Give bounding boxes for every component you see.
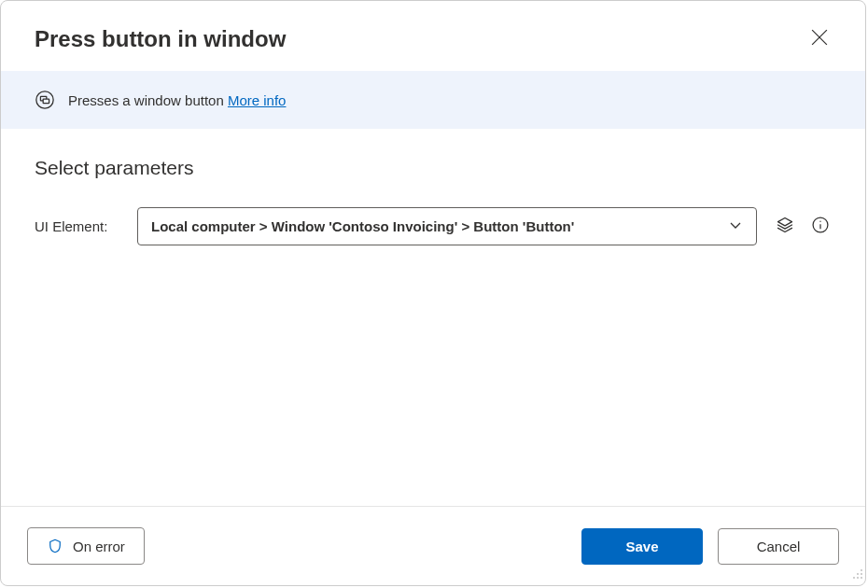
layers-icon xyxy=(776,216,794,237)
on-error-label: On error xyxy=(73,539,125,554)
section-title: Select parameters xyxy=(35,157,832,179)
ui-element-help-button[interactable] xyxy=(809,214,832,239)
info-description: Presses a window button xyxy=(68,92,228,108)
ui-element-value: Local computer > Window 'Contoso Invoici… xyxy=(151,218,574,234)
info-text: Presses a window button More info xyxy=(68,92,286,108)
svg-point-11 xyxy=(861,573,862,575)
shield-icon xyxy=(47,538,63,554)
close-icon xyxy=(811,29,828,49)
info-icon xyxy=(811,216,830,237)
svg-point-8 xyxy=(819,221,820,222)
action-icon xyxy=(35,90,55,110)
svg-rect-4 xyxy=(43,99,49,104)
cancel-button[interactable]: Cancel xyxy=(718,528,839,565)
svg-point-13 xyxy=(857,577,859,579)
footer-actions: Save Cancel xyxy=(581,528,839,565)
chevron-down-icon xyxy=(728,217,743,235)
ui-element-label: UI Element: xyxy=(35,218,120,234)
ui-element-select[interactable]: Local computer > Window 'Contoso Invoici… xyxy=(137,207,757,245)
svg-point-14 xyxy=(861,577,862,579)
on-error-button[interactable]: On error xyxy=(27,527,145,565)
dialog-header: Press button in window xyxy=(1,1,865,71)
more-info-link[interactable]: More info xyxy=(228,92,287,108)
svg-point-9 xyxy=(861,569,862,571)
action-config-dialog: Press button in window Presses a window … xyxy=(0,0,866,586)
save-button[interactable]: Save xyxy=(581,528,703,565)
svg-point-10 xyxy=(857,573,859,575)
ui-element-picker-button[interactable] xyxy=(774,214,796,239)
dialog-title: Press button in window xyxy=(35,26,286,52)
info-bar: Presses a window button More info xyxy=(1,71,865,129)
ui-element-row: UI Element: Local computer > Window 'Con… xyxy=(35,207,832,245)
close-button[interactable] xyxy=(807,25,832,52)
dialog-footer: On error Save Cancel xyxy=(1,506,865,585)
svg-marker-5 xyxy=(778,218,792,226)
svg-point-12 xyxy=(853,577,855,579)
parameters-section: Select parameters UI Element: Local comp… xyxy=(1,129,865,506)
ui-element-side-icons xyxy=(774,214,832,239)
resize-grip-icon[interactable] xyxy=(852,567,863,583)
